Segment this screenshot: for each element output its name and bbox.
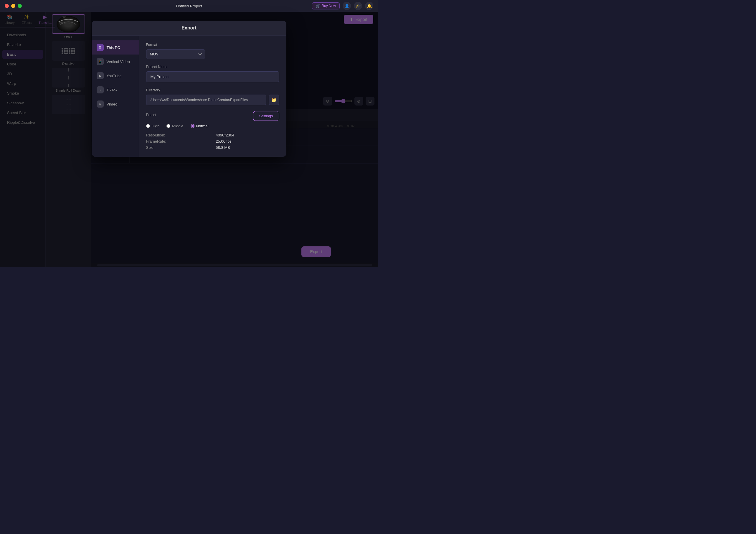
vertical-video-icon: 📱 <box>96 58 104 65</box>
youtube-icon: ▶ <box>96 72 104 79</box>
tiktok-icon: ♪ <box>96 86 104 94</box>
preset-section: Preset Settings High Middle Normal <box>146 111 279 128</box>
destination-vimeo[interactable]: V Vimeo <box>92 97 139 111</box>
vimeo-icon: V <box>96 100 104 108</box>
export-destinations-sidebar: 🖥 This PC 📱 Vertical Video ▶ YouTube ♪ T… <box>92 36 139 157</box>
format-group: Format MOV MP4 AVI GIF <box>146 43 279 59</box>
destination-this-pc[interactable]: 🖥 This PC <box>92 41 139 54</box>
export-modal: Export 🖥 This PC 📱 Vertical Video ▶ YouT… <box>92 21 286 157</box>
directory-browse-button[interactable]: 📁 <box>269 95 279 105</box>
project-name-label: Project Name <box>146 65 279 69</box>
directory-group: Directory 📁 <box>146 88 279 105</box>
preset-normal-option[interactable]: Normal <box>191 124 209 128</box>
framerate-label: FrameRate: <box>146 139 211 144</box>
cart-icon: 🛒 <box>316 4 320 8</box>
size-value: 58.8 MB <box>216 145 279 150</box>
export-modal-content: Format MOV MP4 AVI GIF Project Name Dire… <box>139 36 286 157</box>
modal-title: Export <box>92 21 286 36</box>
directory-label: Directory <box>146 88 279 92</box>
maximize-button[interactable] <box>18 4 22 8</box>
preset-label: Preset <box>146 113 156 117</box>
resolution-label: Resolution: <box>146 133 211 137</box>
bell-icon[interactable]: 🔔 <box>365 2 373 10</box>
resolution-value: 4096*2304 <box>216 133 279 137</box>
modal-body: 🖥 This PC 📱 Vertical Video ▶ YouTube ♪ T… <box>92 36 286 157</box>
user-icon[interactable]: 👤 <box>343 2 351 10</box>
minimize-button[interactable] <box>11 4 15 8</box>
window-controls <box>5 4 22 8</box>
preset-options-row: High Middle Normal <box>146 124 279 128</box>
size-label: Size: <box>146 145 211 150</box>
export-modal-overlay: Export 🖥 This PC 📱 Vertical Video ▶ YouT… <box>0 12 378 267</box>
export-info-grid: Resolution: 4096*2304 FrameRate: 25.00 f… <box>146 133 279 150</box>
project-name-input[interactable] <box>146 71 279 82</box>
format-label: Format <box>146 43 279 47</box>
format-select[interactable]: MOV MP4 AVI GIF <box>146 49 205 59</box>
this-pc-icon: 🖥 <box>96 44 104 51</box>
preset-high-option[interactable]: High <box>146 124 160 128</box>
destination-tiktok[interactable]: ♪ TikTok <box>92 83 139 97</box>
framerate-value: 25.00 fps <box>216 139 279 144</box>
settings-button[interactable]: Settings <box>253 111 279 121</box>
destination-youtube[interactable]: ▶ YouTube <box>92 69 139 83</box>
titlebar: Untitled Project 🛒 Buy Now 👤 🎓 🔔 <box>0 0 378 12</box>
folder-icon: 📁 <box>271 97 277 103</box>
window-title: Untitled Project <box>176 4 202 8</box>
hat-icon[interactable]: 🎓 <box>354 2 362 10</box>
directory-row: 📁 <box>146 95 279 105</box>
buy-now-button[interactable]: 🛒 Buy Now <box>312 2 340 10</box>
project-name-group: Project Name <box>146 65 279 82</box>
preset-header: Preset Settings <box>146 111 279 121</box>
titlebar-actions: 🛒 Buy Now 👤 🎓 🔔 <box>312 2 373 10</box>
preset-middle-option[interactable]: Middle <box>167 124 183 128</box>
close-button[interactable] <box>5 4 9 8</box>
destination-vertical-video[interactable]: 📱 Vertical Video <box>92 54 139 69</box>
directory-input[interactable] <box>146 95 266 105</box>
